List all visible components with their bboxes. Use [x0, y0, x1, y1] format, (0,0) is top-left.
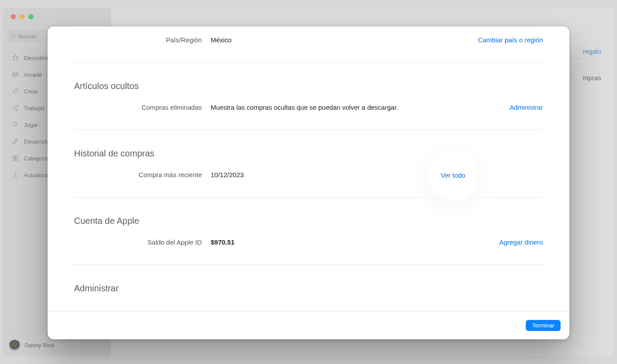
modal-body: País/Región México Cambiar país o región… [48, 26, 569, 311]
country-region-value: México [211, 36, 433, 44]
highlight-text: Ver todo [441, 171, 465, 179]
removed-purchases-label: Compras eliminadas [74, 104, 202, 111]
hidden-items-title: Artículos ocultos [74, 81, 543, 91]
add-money-link[interactable]: Agregar dinero [442, 238, 543, 246]
apple-id-balance-value: $970.51 [211, 238, 433, 246]
highlight-see-all[interactable]: Ver todo [428, 150, 478, 200]
modal-footer: Terminar [48, 311, 569, 339]
recent-purchase-label: Compra más reciente [74, 171, 202, 178]
country-region-row: País/Región México Cambiar país o región [74, 26, 543, 44]
apple-id-balance-row: Saldo del Apple ID $970.51 Agregar diner… [74, 238, 543, 246]
change-country-link[interactable]: Cambiar país o región [442, 36, 543, 44]
country-region-label: País/Región [74, 36, 202, 44]
apple-account-title: Cuenta de Apple [74, 216, 543, 226]
recent-purchase-value: 10/12/2023 [211, 171, 433, 178]
apple-id-balance-label: Saldo del Apple ID [74, 238, 202, 246]
divider [74, 130, 543, 130]
divider [74, 62, 543, 63]
removed-purchases-desc: Muestra las compras ocultas que se pueda… [211, 104, 433, 111]
removed-purchases-row: Compras eliminadas Muestra las compras o… [74, 104, 543, 111]
done-button[interactable]: Terminar [526, 320, 561, 331]
divider [74, 197, 543, 197]
manage-title: Administrar [74, 283, 543, 293]
manage-hidden-link[interactable]: Administrar [442, 104, 543, 111]
account-settings-modal: País/Región México Cambiar país o región… [48, 26, 569, 339]
divider [74, 264, 543, 265]
purchase-history-title: Historial de compras [74, 149, 543, 159]
